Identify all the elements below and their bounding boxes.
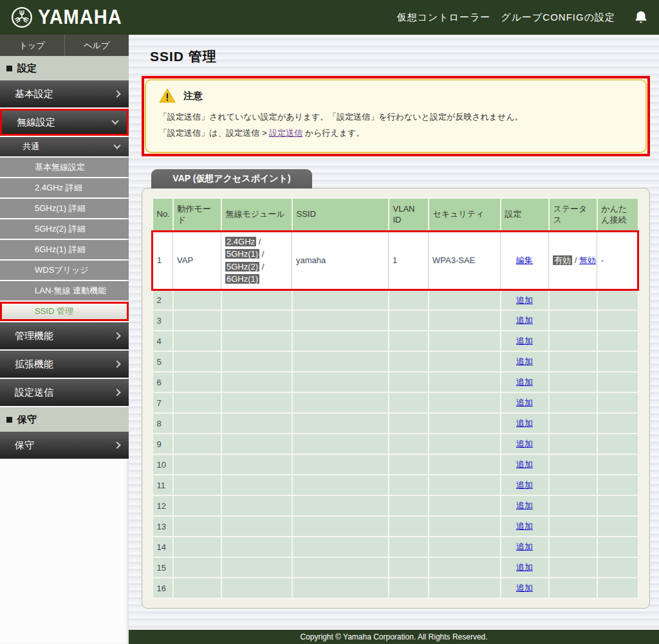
add-link[interactable]: 追加 [516,480,533,490]
sidebar-item-24ghz-detail[interactable]: 2.4GHz 詳細 [0,178,129,198]
cell-ssid [292,578,389,598]
table-row: 15追加 [153,557,638,578]
cell-status [549,475,597,495]
sidebar-item-6ghz1-detail[interactable]: 6GHz(1) 詳細 [0,240,129,259]
cell-module [221,310,292,331]
sidebar-item-label: 共通 [23,141,39,152]
table-row: 6追加 [153,372,638,392]
cell-easy-connect [597,454,638,475]
cell-easy-connect [597,516,638,537]
cell-easy-connect [597,413,638,434]
send-config-link[interactable]: 設定送信 [269,128,302,138]
cell-vlan [389,557,429,578]
sidebar-item-management[interactable]: 管理機能 [0,322,129,349]
cell-module [221,516,292,537]
sidebar-item-wireless-settings[interactable]: 無線設定 [0,109,129,136]
notification-bell-icon[interactable] [633,10,649,25]
cell-config: 追加 [501,310,549,331]
cell-config: 追加 [501,557,549,578]
add-link[interactable]: 追加 [516,459,533,469]
sidebar-item-label: 6GHz(1) 詳細 [35,244,86,255]
yamaha-logo: YAMAHA [10,6,122,29]
cell-config: 追加 [501,392,549,413]
band-chip: 5GHz(2) [225,262,259,271]
sidebar-item-basic-wireless[interactable]: 基本無線設定 [0,158,129,177]
add-link[interactable]: 追加 [516,315,533,325]
cell-module [221,578,292,598]
cell-mode [173,537,221,557]
add-link[interactable]: 追加 [516,562,533,572]
square-bullet-icon [6,66,12,71]
cell-security [429,290,501,310]
cell-module [221,557,292,578]
section-header-maintenance: 保守 [0,407,129,432]
cell-mode [173,310,221,331]
cell-mode [173,392,221,413]
sidebar-item-maintenance[interactable]: 保守 [0,432,129,459]
sidebar-item-5ghz2-detail[interactable]: 5GHz(2) 詳細 [0,219,129,239]
add-link[interactable]: 追加 [516,583,533,593]
cell-config: 追加 [501,372,549,392]
table-row: 3追加 [153,310,638,331]
cell-easy-connect [597,290,638,310]
sidebar-item-basic-settings[interactable]: 基本設定 [0,80,129,107]
sidebar-item-common[interactable]: 共通 [0,137,129,156]
tab-help[interactable]: ヘルプ [65,35,129,56]
disable-link[interactable]: 無効 [579,255,596,265]
cell-config: 追加 [501,537,549,557]
chevron-right-icon [113,332,120,339]
cell-status [549,331,597,351]
cell-status [549,310,597,331]
add-link[interactable]: 追加 [516,542,533,551]
add-link[interactable]: 追加 [516,336,533,345]
add-link[interactable]: 追加 [516,295,533,305]
sidebar-item-lan-wireless-link[interactable]: LAN-無線 連動機能 [0,281,129,300]
add-link[interactable]: 追加 [516,377,533,387]
sidebar-item-5ghz1-detail[interactable]: 5GHz(1) 詳細 [0,199,129,218]
add-link[interactable]: 追加 [516,398,533,407]
cell-module: 2.4GHz / 5GHz(1) / 5GHz(2) / 6GHz(1) [221,231,292,290]
section-header-settings: 設定 [0,56,129,80]
cell-no: 6 [153,372,173,392]
cell-module [221,413,292,434]
cell-vlan [389,290,429,310]
cell-security [429,413,501,434]
edit-link[interactable]: 編集 [516,255,533,265]
cell-vlan [389,331,429,351]
cell-status [549,578,597,598]
sidebar-item-ssid-management[interactable]: SSID 管理 [0,302,129,321]
cell-module [221,495,292,516]
table-row: 4追加 [153,331,638,351]
cell-no: 9 [153,434,173,454]
add-link[interactable]: 追加 [516,356,533,366]
cell-status [549,392,597,413]
cell-ssid [292,557,389,578]
cell-status [549,290,597,310]
cell-mode: VAP [173,231,221,290]
cell-no: 7 [153,392,173,413]
add-link[interactable]: 追加 [516,521,533,531]
cell-config: 追加 [501,516,549,537]
sidebar-item-extension[interactable]: 拡張機能 [0,351,129,378]
notice-line2-pre: 「設定送信」は、設定送信 > [159,128,269,138]
notice-box: 注意 「設定送信」されていない設定があります。「設定送信」を行わないと設定が反映… [145,79,647,153]
sidebar-item-send-config[interactable]: 設定送信 [0,379,129,406]
cell-no: 11 [153,475,173,495]
cell-easy-connect [597,475,638,495]
add-link[interactable]: 追加 [516,501,533,510]
vap-table: No. 動作モード 無線モジュール SSID VLAN ID セキュリティ 設定… [151,198,639,600]
cell-no: 10 [153,454,173,475]
sidebar-item-label: 基本設定 [15,88,53,100]
cell-no: 4 [153,331,173,351]
tab-top[interactable]: トップ [0,35,65,56]
warning-icon [159,88,176,104]
add-link[interactable]: 追加 [516,418,533,428]
cell-mode [173,557,221,578]
yamaha-logo-icon [10,6,33,29]
table-row: 9追加 [153,434,638,454]
cell-easy-connect [597,495,638,516]
cell-easy-connect [597,392,638,413]
sidebar-item-wds-bridge[interactable]: WDSブリッジ [0,261,129,280]
col-security: セキュリティ [429,198,501,232]
add-link[interactable]: 追加 [516,439,533,448]
